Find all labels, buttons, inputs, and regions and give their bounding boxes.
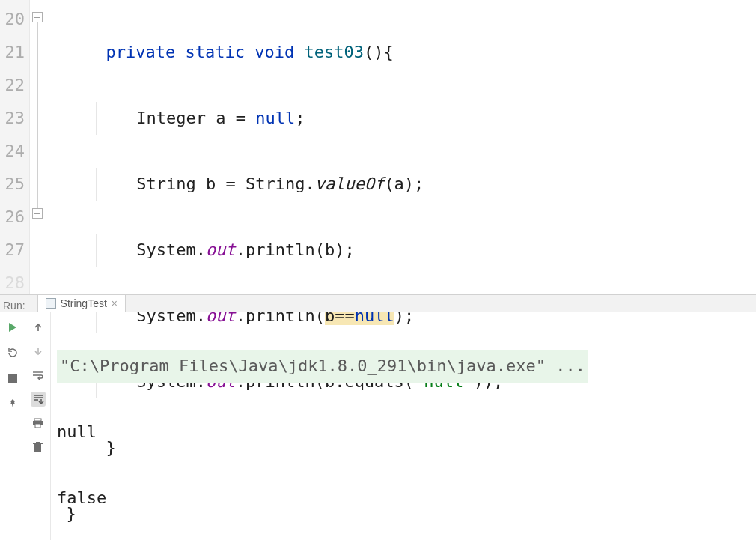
code-line[interactable]: private static void test03(){ xyxy=(46,36,756,69)
code-line[interactable]: String b = String.valueOf(a); xyxy=(46,168,756,201)
run-left-toolbar xyxy=(0,312,25,540)
code-text: = xyxy=(225,109,255,127)
arrow-up-icon[interactable] xyxy=(31,320,46,335)
code-text: String xyxy=(136,175,195,193)
code-text: ; xyxy=(295,109,305,127)
line-number: 25 xyxy=(0,168,25,201)
code-text: = String. xyxy=(216,175,314,193)
code-text: a xyxy=(216,109,225,127)
svg-rect-3 xyxy=(35,424,40,428)
run-config-icon xyxy=(46,298,56,309)
console-output[interactable]: "C:\Program Files\Java\jdk1.8.0_291\bin\… xyxy=(51,312,756,540)
keyword-private: private xyxy=(106,43,175,61)
code-text: .println(b); xyxy=(236,240,355,259)
keyword-void: void xyxy=(254,43,294,61)
fold-guide-line xyxy=(37,22,38,208)
arrow-down-icon[interactable] xyxy=(31,344,46,359)
line-number: 20 xyxy=(0,3,25,36)
soft-wrap-icon[interactable] xyxy=(31,368,46,383)
svg-rect-6 xyxy=(36,442,40,443)
line-number: 23 xyxy=(0,102,25,135)
console-line: "C:\Program Files\Java\jdk1.8.0_291\bin\… xyxy=(57,350,756,383)
line-number: 26 xyxy=(0,201,25,234)
line-number: 27 xyxy=(0,234,25,267)
fold-collapse-icon[interactable] xyxy=(32,208,43,219)
code-editor[interactable]: 20 21 22 23 24 25 26 27 28 private stati… xyxy=(0,0,756,294)
line-number: 22 xyxy=(0,69,25,102)
line-number-gutter: 20 21 22 23 24 25 26 27 28 xyxy=(0,0,30,294)
run-side-toolbar xyxy=(25,312,51,540)
code-text: (){ xyxy=(364,43,394,61)
pin-icon[interactable] xyxy=(5,396,20,411)
code-line[interactable]: System.out.println(b); xyxy=(46,234,756,267)
line-number: 24 xyxy=(0,135,25,168)
line-number: 28 xyxy=(0,267,25,300)
svg-rect-0 xyxy=(8,374,17,383)
method-call: valueOf xyxy=(315,175,385,193)
stop-icon[interactable] xyxy=(5,371,20,386)
code-line[interactable]: Integer a = null; xyxy=(46,102,756,135)
scroll-to-end-icon[interactable] xyxy=(31,392,46,407)
print-icon[interactable] xyxy=(31,416,46,431)
close-tab-icon[interactable]: × xyxy=(112,297,118,309)
run-tool-window: Run: StringTest × "C:\Program Files\Java… xyxy=(0,294,756,540)
code-text: Integer xyxy=(136,109,206,127)
code-text: System. xyxy=(136,240,206,259)
run-tab-bar: Run: StringTest × xyxy=(0,295,756,312)
run-config-name: StringTest xyxy=(61,297,107,309)
code-text: (a); xyxy=(384,175,424,193)
fold-gutter[interactable] xyxy=(30,0,46,294)
code-text: b xyxy=(206,175,216,193)
keyword-null: null xyxy=(255,109,295,127)
keyword-static: static xyxy=(185,43,244,61)
line-number: 21 xyxy=(0,36,25,69)
svg-rect-4 xyxy=(34,444,41,452)
code-area[interactable]: private static void test03(){ Integer a … xyxy=(46,0,756,294)
fold-collapse-icon[interactable] xyxy=(32,12,43,22)
trash-icon[interactable] xyxy=(31,440,46,455)
field-out: out xyxy=(206,240,236,259)
svg-rect-5 xyxy=(33,443,43,444)
command-line: "C:\Program Files\Java\jdk1.8.0_291\bin\… xyxy=(57,350,588,383)
svg-rect-1 xyxy=(34,419,41,421)
rerun-icon[interactable] xyxy=(5,345,20,360)
method-name: test03 xyxy=(304,43,363,61)
run-config-tab[interactable]: StringTest × xyxy=(37,295,126,312)
console-line: null xyxy=(57,416,756,449)
run-icon[interactable] xyxy=(5,320,20,335)
console-line: false xyxy=(57,482,756,515)
